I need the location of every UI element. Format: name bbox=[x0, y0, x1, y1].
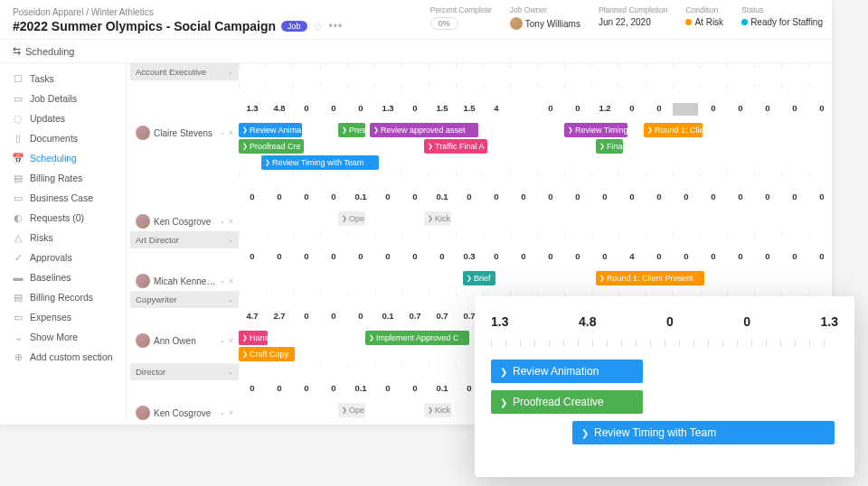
chevron-right-icon: ❯ bbox=[500, 367, 507, 377]
chevron-down-icon: ⌄ bbox=[220, 409, 225, 416]
role-header[interactable]: Director⌄ bbox=[130, 363, 239, 380]
scheduling-icon: ⇆ bbox=[13, 45, 21, 57]
sidebar-item-requests-[interactable]: ◐Requests (0) bbox=[0, 208, 126, 228]
chevron-right-icon: ❯ bbox=[428, 211, 433, 226]
sidebar-item-business-case[interactable]: ▭Business Case bbox=[0, 188, 126, 208]
sidebar-icon: ◐ bbox=[13, 212, 24, 223]
chevron-down-icon: ⌄ bbox=[220, 337, 225, 344]
role-header[interactable]: Account Executive⌄ bbox=[130, 63, 239, 80]
sidebar-item-billing-records[interactable]: ▤Billing Records bbox=[0, 287, 126, 307]
zoom-task-bar[interactable]: ❯Proofread Creative bbox=[491, 390, 643, 414]
task-bar[interactable]: ❯Proofread Cre bbox=[239, 139, 304, 154]
sidebar-icon: ☐ bbox=[13, 73, 24, 84]
task-bar[interactable]: ❯Hans bbox=[239, 331, 268, 345]
tab-scheduling[interactable]: ⇆ Scheduling bbox=[13, 40, 74, 62]
sidebar-icon: ▭ bbox=[13, 93, 24, 104]
role-header[interactable]: Art Director⌄ bbox=[130, 231, 239, 248]
sidebar-icon: ▭ bbox=[13, 192, 24, 203]
sidebar-icon: 📅 bbox=[13, 153, 24, 164]
task-bar[interactable]: ❯Kick bbox=[424, 211, 451, 226]
chevron-right-icon: ❯ bbox=[428, 139, 433, 154]
remove-icon[interactable]: × bbox=[229, 217, 233, 226]
task-bar[interactable]: ❯Craft Copy bbox=[239, 347, 295, 361]
sidebar-item-billing-rates[interactable]: ▤Billing Rates bbox=[0, 168, 126, 188]
avatar bbox=[136, 274, 150, 288]
hours-row: 00000.1000.10000000000000000.2 bbox=[239, 192, 832, 201]
chevron-right-icon: ❯ bbox=[373, 123, 379, 137]
person-row[interactable]: Ken Cosgrove⌄× bbox=[130, 403, 239, 420]
chevron-right-icon: ❯ bbox=[369, 331, 374, 345]
sidebar-item-updates[interactable]: ◌Updates bbox=[0, 108, 126, 128]
chevron-right-icon: ❯ bbox=[342, 123, 347, 137]
sidebar-icon: ▬ bbox=[13, 272, 24, 283]
zoom-task-bar[interactable]: ❯Review Animation bbox=[491, 360, 643, 383]
task-bar[interactable]: ❯Pres bbox=[338, 123, 365, 137]
sidebar-icon: △ bbox=[13, 232, 24, 243]
task-bar[interactable]: ❯Review approved asset bbox=[370, 123, 478, 137]
sidebar-item-documents[interactable]: ▯Documents bbox=[0, 128, 126, 148]
planned-completion: Planned Completion Jun 22, 2020 bbox=[599, 5, 668, 30]
chevron-right-icon: ❯ bbox=[242, 139, 248, 154]
hours-row: 000000000.3000004000000000 bbox=[239, 251, 832, 261]
person-row[interactable]: Ann Owen⌄× bbox=[130, 331, 239, 350]
chevron-right-icon: ❯ bbox=[467, 271, 472, 285]
sidebar-item-risks[interactable]: △Risks bbox=[0, 228, 126, 248]
avatar bbox=[136, 214, 150, 229]
sidebar-item-expenses[interactable]: ▭Expenses bbox=[0, 307, 126, 327]
avatar-owner bbox=[510, 17, 523, 30]
avatar bbox=[136, 126, 150, 140]
person-row[interactable]: Ken Cosgrove⌄× bbox=[130, 211, 239, 231]
person-row[interactable]: Claire Stevens⌄× bbox=[130, 123, 239, 143]
task-bar[interactable]: ❯Traffic Final A bbox=[424, 139, 487, 154]
sidebar-icon: ◌ bbox=[13, 113, 24, 124]
task-bar[interactable]: ❯Ope bbox=[338, 211, 365, 226]
sidebar-item-job-details[interactable]: ▭Job Details bbox=[0, 89, 126, 108]
task-bar[interactable]: ❯Ope bbox=[338, 403, 365, 417]
task-bar[interactable]: ❯Implement Approved C bbox=[365, 331, 469, 345]
chevron-right-icon: ❯ bbox=[242, 123, 248, 137]
remove-icon[interactable]: × bbox=[229, 336, 233, 345]
page-title: #2022 Summer Olympics - Social Campaign bbox=[13, 19, 276, 33]
chevron-right-icon: ❯ bbox=[599, 271, 605, 285]
sidebar-item-tasks[interactable]: ☐Tasks bbox=[0, 69, 126, 89]
chevron-right-icon: ❯ bbox=[568, 123, 573, 137]
task-bar[interactable]: ❯Round 1: Clien bbox=[644, 123, 703, 137]
more-menu-icon[interactable]: ••• bbox=[329, 20, 344, 33]
sidebar-icon: ✓ bbox=[13, 252, 24, 263]
remove-icon[interactable]: × bbox=[229, 128, 233, 137]
sidebar-item-add-custom-section[interactable]: ⊕Add custom section bbox=[0, 347, 126, 367]
chevron-right-icon: ❯ bbox=[599, 139, 605, 154]
hours-row: 1.34.80001.301.51.54001.2000000000.2 bbox=[239, 103, 832, 113]
sidebar-icon: ▯ bbox=[13, 133, 24, 144]
remove-icon[interactable]: × bbox=[229, 408, 233, 417]
task-bar[interactable]: ❯Review Timing bbox=[564, 123, 627, 137]
chevron-down-icon: ⌄ bbox=[220, 129, 225, 136]
chevron-right-icon: ❯ bbox=[342, 211, 347, 226]
sidebar-icon: ▤ bbox=[13, 292, 24, 303]
remove-icon[interactable]: × bbox=[229, 276, 233, 285]
sidebar-item-show-more[interactable]: ⌄Show More bbox=[0, 327, 126, 347]
sidebar-item-baselines[interactable]: ▬Baselines bbox=[0, 267, 126, 287]
task-bar[interactable]: ❯Kick bbox=[424, 403, 451, 417]
grey-block bbox=[673, 103, 698, 116]
task-bar[interactable]: ❯Review Timing with Team bbox=[261, 155, 379, 170]
chevron-down-icon: ⌄ bbox=[220, 218, 225, 225]
sidebar-item-approvals[interactable]: ✓Approvals bbox=[0, 248, 126, 267]
chevron-down-icon: ⌄ bbox=[228, 69, 233, 76]
sidebar-icon: ▤ bbox=[13, 173, 24, 183]
chevron-right-icon: ❯ bbox=[428, 403, 433, 417]
favorite-star-icon[interactable]: ☆ bbox=[313, 20, 324, 33]
task-bar[interactable]: ❯Brief bbox=[463, 271, 495, 285]
status: Status Ready for Staffing bbox=[741, 5, 823, 30]
job-tag: Job bbox=[281, 21, 307, 32]
task-bar[interactable]: ❯Round 1: Client Present bbox=[596, 271, 704, 285]
role-header[interactable]: Copywriter⌄ bbox=[130, 291, 239, 308]
task-bar[interactable]: ❯Review Anima bbox=[239, 123, 302, 137]
zoom-task-bar[interactable]: ❯Review Timing with Team bbox=[572, 421, 835, 444]
chevron-right-icon: ❯ bbox=[581, 428, 589, 438]
sidebar-icon: ⊕ bbox=[13, 351, 24, 362]
person-row[interactable]: Micah Kennedy⌄× bbox=[130, 271, 239, 291]
task-bar[interactable]: ❯Final bbox=[596, 139, 623, 154]
chevron-right-icon: ❯ bbox=[342, 403, 347, 417]
sidebar-item-scheduling[interactable]: 📅Scheduling bbox=[0, 148, 126, 168]
